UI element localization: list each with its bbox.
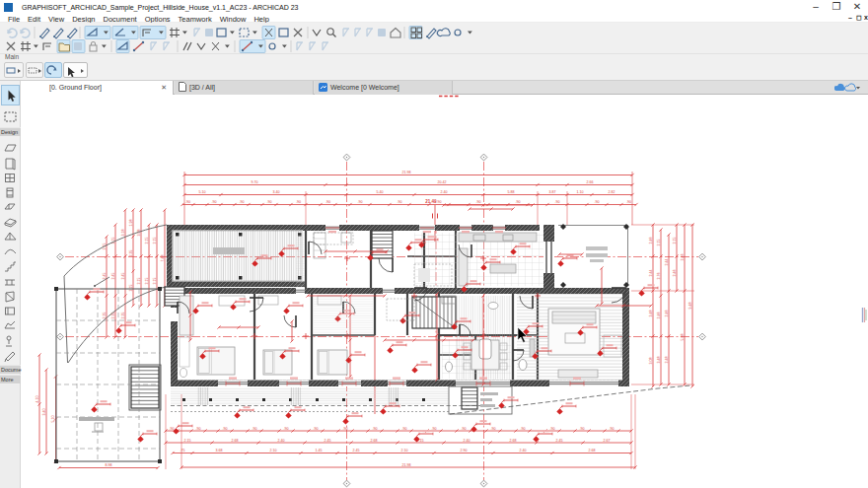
svg-text:3.08: 3.08	[649, 358, 653, 365]
svg-text:2.48: 2.48	[665, 357, 669, 364]
svg-text:.90: .90	[284, 427, 289, 431]
svg-text:2.35: 2.35	[103, 313, 107, 319]
svg-text:.90: .90	[580, 427, 585, 431]
svg-text:2.76: 2.76	[657, 273, 661, 280]
svg-text:3.18: 3.18	[121, 230, 125, 237]
svg-text:.90: .90	[296, 200, 301, 204]
svg-text:21.49: 21.49	[425, 199, 437, 204]
svg-text:9.48: 9.48	[688, 303, 692, 310]
svg-text:9.70: 9.70	[252, 180, 258, 184]
svg-text:2.45: 2.45	[103, 273, 107, 280]
svg-text:5.10: 5.10	[199, 190, 206, 194]
svg-text:5.10: 5.10	[51, 416, 55, 423]
svg-text:.90: .90	[550, 427, 555, 431]
svg-text:2.35: 2.35	[121, 313, 125, 319]
svg-text:2.45: 2.45	[325, 439, 331, 443]
svg-text:.90: .90	[185, 200, 190, 204]
svg-text:2.15: 2.15	[657, 240, 661, 246]
svg-text:.90: .90	[326, 200, 330, 204]
svg-text:4.10: 4.10	[36, 396, 39, 403]
svg-text:2.10: 2.10	[401, 449, 408, 453]
svg-text:2.40: 2.40	[441, 190, 448, 194]
svg-text:2.68: 2.68	[232, 439, 239, 443]
svg-text:2.44: 2.44	[665, 259, 669, 266]
svg-text:2.45: 2.45	[121, 273, 125, 280]
svg-text:2.68: 2.68	[589, 449, 596, 453]
svg-text:3.40: 3.40	[42, 409, 46, 416]
svg-text:2.46: 2.46	[665, 311, 669, 317]
svg-text:3.48: 3.48	[657, 357, 661, 364]
svg-text:.90: .90	[491, 427, 496, 431]
svg-text:2.46: 2.46	[681, 254, 685, 261]
svg-text:3.87: 3.87	[549, 190, 556, 194]
svg-text:2.90: 2.90	[461, 449, 468, 453]
svg-text:2.15: 2.15	[153, 278, 157, 285]
svg-text:.90: .90	[626, 200, 631, 204]
svg-text:.90: .90	[373, 427, 378, 431]
svg-text:8.98: 8.98	[106, 463, 112, 467]
svg-text:2.15: 2.15	[145, 278, 149, 285]
svg-text:2.15: 2.15	[129, 285, 133, 292]
svg-text:.90: .90	[223, 427, 228, 431]
svg-text:2.46: 2.46	[649, 238, 653, 244]
svg-text:1.45: 1.45	[316, 449, 323, 453]
svg-text:2.44: 2.44	[649, 270, 653, 277]
svg-text:5.88: 5.88	[508, 190, 515, 194]
svg-text:.90: .90	[521, 427, 526, 431]
svg-text:.90: .90	[267, 200, 272, 204]
svg-text:2.40: 2.40	[464, 439, 470, 443]
svg-text:.90: .90	[402, 427, 407, 431]
svg-text:.75: .75	[181, 449, 185, 453]
svg-text:2.66: 2.66	[587, 180, 594, 184]
svg-text:.90: .90	[610, 427, 615, 431]
svg-text:3.40: 3.40	[273, 190, 280, 194]
svg-text:20.42: 20.42	[438, 180, 447, 184]
svg-text:.90: .90	[212, 200, 217, 204]
svg-text:.90: .90	[253, 427, 257, 431]
svg-text:.90: .90	[358, 200, 363, 204]
svg-text:.90: .90	[432, 427, 437, 431]
svg-text:5.88: 5.88	[681, 334, 685, 341]
svg-text:.90: .90	[314, 427, 319, 431]
svg-text:3.68: 3.68	[216, 449, 223, 453]
svg-text:3.48: 3.48	[649, 311, 653, 317]
svg-text:2.35: 2.35	[129, 250, 133, 257]
svg-text:2.15: 2.15	[673, 238, 677, 244]
svg-text:1.10: 1.10	[577, 190, 584, 194]
svg-text:7.48: 7.48	[161, 255, 165, 262]
svg-text:2.82: 2.82	[609, 190, 615, 194]
svg-text:.90: .90	[476, 200, 481, 204]
svg-text:.90: .90	[516, 200, 521, 204]
svg-text:2.45: 2.45	[556, 439, 563, 443]
svg-text:2.45: 2.45	[353, 449, 360, 453]
svg-text:.90: .90	[240, 200, 245, 204]
svg-text:2.15: 2.15	[153, 238, 157, 244]
svg-text:2.46: 2.46	[657, 313, 661, 319]
svg-text:2.68: 2.68	[510, 439, 517, 443]
svg-text:.90: .90	[398, 200, 402, 204]
svg-text:2.15: 2.15	[137, 278, 141, 285]
svg-text:2.10: 2.10	[270, 449, 277, 453]
svg-text:1.98: 1.98	[129, 220, 133, 227]
svg-text:.90: .90	[170, 427, 175, 431]
svg-text:.90: .90	[462, 427, 467, 431]
svg-text:.90: .90	[555, 200, 560, 204]
svg-text:2.15: 2.15	[184, 439, 191, 443]
svg-text:2.40: 2.40	[520, 449, 527, 453]
svg-text:.90: .90	[196, 427, 201, 431]
svg-text:2.45: 2.45	[111, 273, 115, 280]
svg-text:.90: .90	[343, 427, 348, 431]
svg-text:.90: .90	[437, 200, 442, 204]
svg-text:5.40: 5.40	[377, 190, 384, 194]
svg-text:2.15: 2.15	[145, 238, 149, 244]
svg-text:2.67: 2.67	[604, 439, 611, 443]
svg-text:21.98: 21.98	[402, 463, 411, 467]
svg-text:2.40: 2.40	[278, 439, 285, 443]
svg-text:2.68: 2.68	[371, 439, 378, 443]
svg-text:.90: .90	[595, 200, 600, 204]
svg-text:21.98: 21.98	[402, 171, 411, 174]
svg-text:2.46: 2.46	[673, 270, 677, 277]
